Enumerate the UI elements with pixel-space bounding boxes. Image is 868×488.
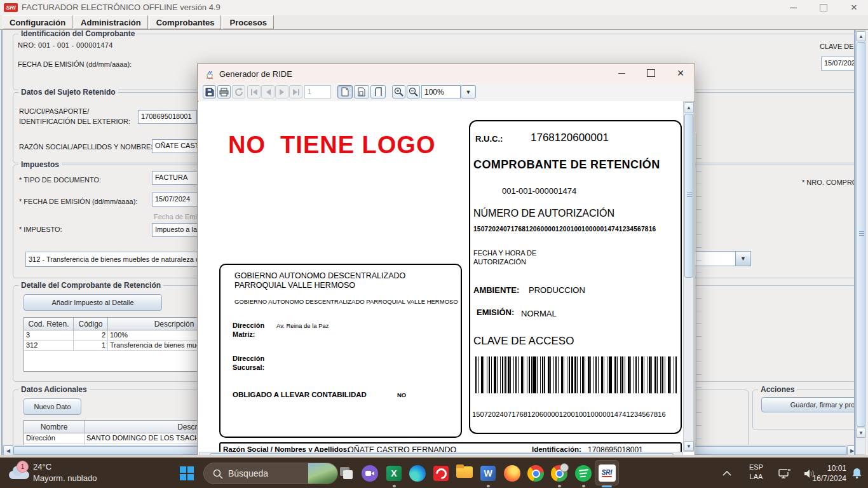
excel-icon: X bbox=[386, 466, 402, 481]
running-indicator bbox=[393, 485, 396, 487]
col-codigo[interactable]: Código bbox=[74, 318, 108, 330]
ruc-input[interactable]: 1708695018001 bbox=[138, 110, 197, 124]
scroll-up-button[interactable]: ▲ bbox=[856, 31, 866, 41]
scroll-down-button[interactable]: ▼ bbox=[684, 441, 694, 451]
app-title: FACTURADOR ELECTRÓNICO OFFLINE versión 4… bbox=[22, 3, 220, 12]
chevron-up-icon bbox=[722, 471, 731, 476]
pdf-app-button[interactable] bbox=[430, 461, 452, 485]
nuevo-dato-button[interactable]: Nuevo Dato bbox=[24, 398, 81, 415]
guardar-firmar-button[interactable]: Guardar, firmar y procesar bbox=[761, 397, 855, 412]
ruc-label: R.U.C.: bbox=[475, 134, 503, 144]
add-impuesto-button[interactable]: Añadir Impuesto al Detalle bbox=[24, 294, 162, 311]
menu-procesos[interactable]: Procesos bbox=[222, 15, 274, 29]
ride-maximize-button[interactable] bbox=[643, 67, 658, 79]
col-cod-reten[interactable]: Cod. Reten. bbox=[24, 318, 74, 330]
actual-size-view-button[interactable] bbox=[354, 85, 369, 98]
file-explorer-button[interactable] bbox=[453, 461, 476, 485]
first-page-icon bbox=[250, 89, 258, 95]
chrome-profile2-app-button[interactable] bbox=[548, 461, 571, 485]
meet-app-button[interactable] bbox=[358, 461, 381, 485]
fit-width-view-button[interactable] bbox=[370, 85, 386, 98]
start-button[interactable] bbox=[175, 461, 198, 485]
ride-close-button[interactable]: × bbox=[673, 67, 688, 79]
zoom-in-button[interactable] bbox=[392, 85, 405, 98]
clave-acceso-label: CLAVE DE ACCESO bbox=[473, 335, 574, 348]
sri-taskbar-icon: SRI bbox=[599, 464, 616, 482]
close-icon: × bbox=[851, 1, 857, 14]
clave-fecha-input[interactable]: 15/07/2024 bbox=[821, 57, 855, 71]
last-page-button[interactable] bbox=[289, 85, 302, 98]
col-nombre[interactable]: Nombre bbox=[24, 421, 85, 433]
next-page-icon bbox=[279, 89, 285, 95]
chrome-icon bbox=[527, 465, 544, 482]
menu-administracion[interactable]: Administración bbox=[74, 15, 148, 29]
excel-app-button[interactable]: X bbox=[383, 461, 405, 485]
minimize-icon bbox=[790, 8, 797, 8]
zoom-combo-button[interactable]: ▼ bbox=[461, 85, 476, 98]
app-close-button[interactable]: × bbox=[846, 1, 862, 14]
spotify-app-button[interactable] bbox=[572, 461, 595, 485]
taskbar: 1 24°C Mayorm. nublado Búsqueda bbox=[0, 458, 868, 488]
edge-icon bbox=[409, 465, 426, 482]
group-title: Datos del Sujeto Retenido bbox=[18, 88, 118, 97]
zoom-level-input[interactable]: 100% bbox=[421, 85, 461, 98]
identificacion-value: 1708695018001 bbox=[588, 445, 643, 452]
doc-left-box: GOBIERNO AUTONOMO DESCENTRALIZADO PARROQ… bbox=[219, 264, 462, 438]
app-maximize-button[interactable] bbox=[816, 1, 831, 14]
vscrollbar-thumb[interactable] bbox=[857, 42, 865, 427]
search-icon bbox=[213, 469, 223, 479]
scroll-up-icon: ▲ bbox=[858, 34, 864, 39]
weather-temp: 24°C bbox=[33, 462, 51, 471]
ride-document: NO TIENE LOGO R.U.C.: 1768120600001 COMP… bbox=[199, 101, 683, 452]
group-title: Detalle del Comprobante de Retención bbox=[18, 281, 163, 290]
single-page-view-button[interactable] bbox=[337, 85, 353, 98]
network-tray-button[interactable] bbox=[774, 461, 797, 485]
notification-badge: 1 bbox=[17, 461, 29, 473]
zoom-out-icon bbox=[409, 87, 418, 97]
edge-app-button[interactable] bbox=[406, 461, 429, 485]
group-title: Identificación del Comprobante bbox=[18, 30, 137, 38]
ride-modal: Generador de RIDE × bbox=[197, 64, 695, 458]
weather-widget[interactable]: 1 24°C Mayorm. nublado bbox=[5, 461, 126, 486]
save-icon bbox=[205, 88, 214, 97]
reload-button[interactable] bbox=[232, 85, 245, 98]
prev-page-button[interactable] bbox=[261, 85, 275, 98]
search-box[interactable]: Búsqueda bbox=[203, 463, 338, 484]
notifications-button[interactable] bbox=[845, 461, 868, 485]
next-page-button[interactable] bbox=[275, 85, 288, 98]
menu-configuracion[interactable]: Configuración bbox=[3, 15, 72, 29]
chrome-app-button[interactable] bbox=[524, 461, 547, 485]
scroll-up-button[interactable]: ▲ bbox=[684, 102, 694, 112]
firefox-app-button[interactable] bbox=[501, 461, 524, 485]
ride-title: Generador de RIDE bbox=[219, 69, 292, 79]
first-page-button[interactable] bbox=[247, 85, 261, 98]
print-button[interactable] bbox=[217, 85, 231, 98]
app-minimize-button[interactable] bbox=[785, 1, 801, 14]
chevron-down-icon: ▼ bbox=[466, 89, 471, 95]
ride-minimize-button[interactable] bbox=[614, 67, 629, 79]
last-page-icon bbox=[292, 89, 300, 95]
vscrollbar-thumb[interactable] bbox=[684, 114, 693, 278]
scroll-left-button[interactable]: ◀ bbox=[3, 445, 13, 455]
clock-widget[interactable]: 10:01 16/7/2024 bbox=[808, 463, 846, 484]
form-vscrollbar[interactable]: ▲ ▼ bbox=[855, 30, 865, 455]
contabilidad-label: OBLIGADO A LLEVAR CONTABILIDAD bbox=[233, 391, 367, 398]
clave-acceso-label: CLAVE DE ACCESO bbox=[820, 43, 855, 50]
page-number-input[interactable]: 1 bbox=[304, 85, 331, 98]
sri-app-button-active[interactable]: SRI bbox=[595, 460, 619, 485]
combo-dropdown-button[interactable]: ▼ bbox=[735, 252, 750, 266]
network-icon bbox=[778, 468, 792, 478]
tray-chevron-button[interactable] bbox=[715, 461, 738, 485]
save-button[interactable] bbox=[203, 85, 216, 98]
tray-date: 16/7/2024 bbox=[808, 473, 846, 484]
word-app-button[interactable]: W bbox=[477, 461, 499, 485]
menu-comprobantes[interactable]: Comprobantes bbox=[149, 15, 222, 29]
language-indicator[interactable]: ESP LAA bbox=[745, 463, 768, 482]
scroll-down-icon: ▼ bbox=[686, 444, 691, 449]
zoom-out-button[interactable] bbox=[407, 85, 420, 98]
ride-vscrollbar[interactable]: ▲ ▼ bbox=[683, 101, 694, 452]
fecha-emision-label: FECHA DE EMISIÓN (dd/mm/aaaa): bbox=[18, 60, 132, 68]
scroll-down-button[interactable]: ▼ bbox=[856, 428, 866, 438]
menubar: Configuración Administración Comprobante… bbox=[0, 15, 868, 30]
task-view-button[interactable] bbox=[335, 461, 358, 485]
